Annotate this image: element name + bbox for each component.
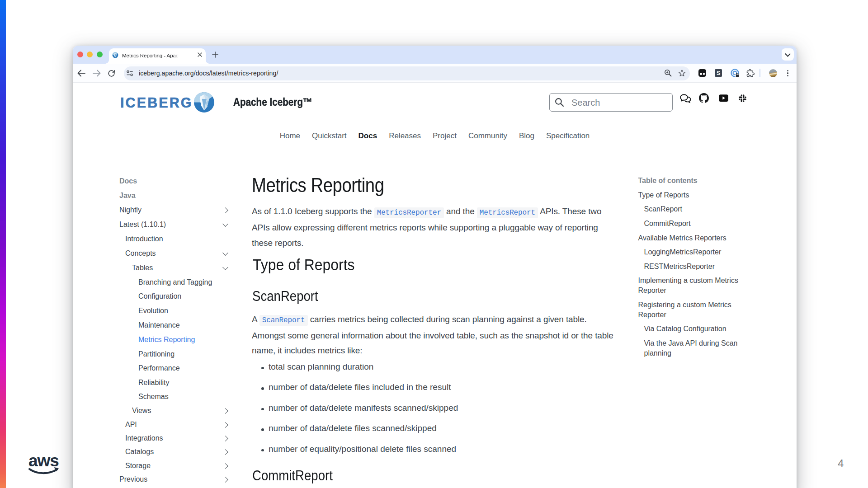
svg-text:aws: aws xyxy=(28,451,59,470)
